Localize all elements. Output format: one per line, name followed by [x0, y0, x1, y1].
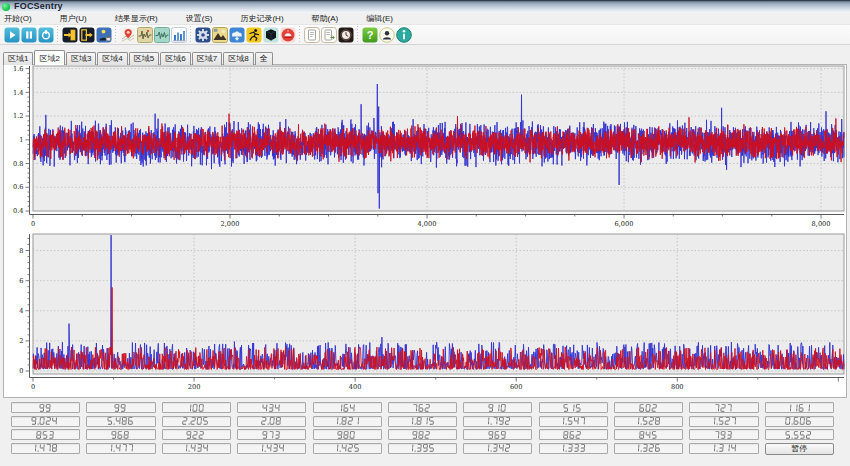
map-pin-icon[interactable]	[120, 27, 136, 43]
logout-icon[interactable]	[79, 27, 95, 43]
tab-全[interactable]: 全	[255, 52, 273, 65]
lcd-cell-r3c9	[614, 429, 683, 440]
cloud-download-icon[interactable]	[229, 27, 245, 43]
tab-区域6[interactable]: 区域6	[160, 52, 190, 65]
svg-text:400: 400	[349, 383, 362, 391]
waveform-teal-icon[interactable]	[154, 27, 170, 43]
window-title: FOCSentry	[14, 0, 63, 13]
lcd-cell-r1c6	[388, 402, 457, 413]
toolbar-separator	[115, 26, 116, 43]
lcd-cell-r4c1	[11, 443, 80, 454]
lcd-cell-r3c3	[162, 429, 231, 440]
lcd-cell-r3c7	[463, 429, 532, 440]
menu-item-5[interactable]: 历史记录(H)	[240, 13, 283, 24]
tab-区域4[interactable]: 区域4	[97, 52, 127, 65]
lcd-cell-r1c9	[614, 402, 683, 413]
lcd-cell-r1c4	[237, 402, 306, 413]
title-bar[interactable]: FOCSentry	[0, 0, 850, 13]
menu-item-4[interactable]: 设置(S)	[186, 13, 213, 24]
lcd-cell-r3c6	[388, 429, 457, 440]
svg-text:2,000: 2,000	[221, 220, 240, 228]
toolbar-group-6: ?	[361, 27, 412, 43]
lcd-cell-r2c7	[463, 416, 532, 427]
menu-bar: 开始(O)用户(U)结果显示(R)设置(S)历史记录(H)帮助(A)编辑(E)	[0, 13, 850, 24]
svg-text:1.6: 1.6	[13, 65, 24, 73]
play-icon[interactable]	[4, 27, 20, 43]
menu-item-7[interactable]: 编辑(E)	[366, 13, 393, 24]
lcd-cell-r2c2	[86, 416, 155, 427]
lcd-cell-r4c9	[614, 443, 683, 454]
menu-item-2[interactable]: 用户(U)	[60, 13, 87, 24]
lcd-cell-r4c8	[539, 443, 608, 454]
svg-text:0: 0	[31, 383, 35, 391]
lcd-cell-r1c5	[313, 402, 382, 413]
tab-strip: 区域1区域2区域3区域4区域5区域6区域7区域8全	[3, 50, 274, 65]
lcd-cell-r4c3	[162, 443, 231, 454]
menu-item-3[interactable]: 结果显示(R)	[115, 13, 158, 24]
lcd-cell-r2c1	[11, 416, 80, 427]
toolbar-group-4	[194, 27, 296, 43]
svg-text:0: 0	[31, 220, 35, 228]
lcd-cell-r4c6	[388, 443, 457, 454]
svg-text:200: 200	[188, 383, 201, 391]
lcd-cell-r2c10	[689, 416, 758, 427]
tab-区域3[interactable]: 区域3	[66, 52, 96, 65]
pause-icon[interactable]	[21, 27, 37, 43]
toolbar-group-2	[61, 27, 112, 43]
toolbar-separator	[57, 26, 58, 43]
lcd-cell-r2c9	[614, 416, 683, 427]
lcd-cell-r2c3	[162, 416, 231, 427]
power-icon[interactable]	[38, 27, 54, 43]
tab-区域1[interactable]: 区域1	[3, 52, 33, 65]
svg-text:0.4: 0.4	[13, 207, 24, 215]
lcd-cell-r3c11	[765, 429, 834, 440]
svg-text:?: ?	[366, 29, 373, 41]
grid-row-2	[11, 416, 839, 427]
lcd-cell-r1c8	[539, 402, 608, 413]
help-icon[interactable]: ?	[362, 27, 378, 43]
lcd-cell-r1c2	[86, 402, 155, 413]
lcd-cell-r4c7	[463, 443, 532, 454]
application-window: FOCSentry 开始(O)用户(U)结果显示(R)设置(S)历史记录(H)帮…	[0, 0, 850, 466]
tab-区域8[interactable]: 区域8	[223, 52, 253, 65]
svg-text:6,000: 6,000	[615, 220, 634, 228]
lcd-cell-r2c5	[313, 416, 382, 427]
tab-区域7[interactable]: 区域7	[192, 52, 222, 65]
about-info-icon[interactable]	[396, 27, 412, 43]
toolbar-group-3	[119, 27, 187, 43]
user-permission-icon[interactable]	[96, 27, 112, 43]
toolbar-separator	[190, 26, 191, 43]
toolbar-separator	[299, 26, 300, 43]
alarm-icon[interactable]	[280, 27, 296, 43]
menu-item-1[interactable]: 开始(O)	[4, 13, 32, 24]
report-document-icon[interactable]	[304, 27, 320, 43]
export-document-icon[interactable]	[321, 27, 337, 43]
toolbar: ?	[0, 24, 850, 45]
lcd-cell-r4c2	[86, 443, 155, 454]
settings-gear-icon[interactable]	[195, 27, 211, 43]
toolbar-group-1	[3, 27, 54, 43]
history-clock-icon[interactable]	[338, 27, 354, 43]
menu-item-6[interactable]: 帮助(A)	[312, 13, 339, 24]
lcd-cell-r1c11	[765, 402, 834, 413]
bar-chart-icon[interactable]	[171, 27, 187, 43]
lcd-cell-r2c11	[765, 416, 834, 427]
scene-image-icon[interactable]	[212, 27, 228, 43]
user-account-icon[interactable]	[379, 27, 395, 43]
tab-区域5[interactable]: 区域5	[129, 52, 159, 65]
lcd-cell-r1c10	[689, 402, 758, 413]
login-icon[interactable]	[62, 27, 78, 43]
lcd-cell-r4c10	[689, 443, 758, 454]
lcd-cell-r2c6	[388, 416, 457, 427]
svg-text:4: 4	[19, 307, 23, 315]
lcd-cell-r2c8	[539, 416, 608, 427]
waveform-khaki-icon[interactable]	[137, 27, 153, 43]
pause-button[interactable]: 暂停	[765, 443, 834, 455]
grid-row-1	[11, 402, 839, 413]
black-box-icon[interactable]	[263, 27, 279, 43]
lcd-cell-r3c8	[539, 429, 608, 440]
running-man-icon[interactable]	[246, 27, 262, 43]
app-icon	[2, 3, 10, 11]
lcd-cell-r3c4	[237, 429, 306, 440]
tab-区域2[interactable]: 区域2	[34, 50, 64, 65]
